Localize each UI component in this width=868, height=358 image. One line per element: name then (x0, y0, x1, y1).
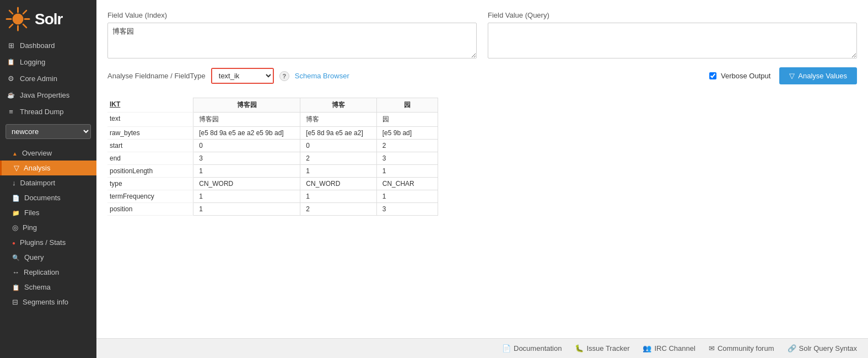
table-cell: 3 (193, 152, 300, 165)
field-value-index-input[interactable]: 博客园 (107, 23, 477, 58)
sidebar-item-label: Thread Dump (20, 108, 63, 116)
row-field-label: raw_bytes (107, 127, 181, 140)
sidebar-item-label: Replication (24, 268, 59, 276)
table-cell: 3 (376, 152, 438, 165)
dataimport-icon (12, 179, 16, 187)
sidebar-item-dataimport[interactable]: Dataimport (0, 175, 96, 190)
java-icon (7, 90, 15, 99)
table-cell: 园 (376, 113, 438, 127)
core-icon (7, 74, 15, 83)
field-value-query-label: Field Value (Query) (488, 11, 857, 19)
segments-icon (12, 298, 18, 306)
sidebar-item-label: Java Properties (20, 91, 69, 99)
table-cell: 0 (300, 140, 376, 152)
sidebar-item-label: Query (24, 253, 44, 261)
row-field-label: type (107, 178, 181, 190)
sidebar-item-overview[interactable]: Overview (0, 146, 96, 161)
table-cell: 3 (376, 203, 438, 216)
table-row: end 3 2 3 (107, 152, 438, 165)
issue-tracker-link[interactable]: 🐛 Issue Tracker (575, 344, 629, 352)
svg-line-7 (23, 10, 26, 14)
logo-area: Solr (0, 0, 96, 37)
sidebar-item-label: Dataimport (20, 179, 56, 187)
table-cell: 1 (193, 190, 300, 203)
core-selector[interactable]: newcore (6, 124, 91, 139)
core-select[interactable]: newcore (6, 124, 91, 139)
row-field-label: end (107, 152, 181, 165)
table-cell: 1 (300, 190, 376, 203)
documentation-link[interactable]: 📄 Documentation (502, 344, 562, 352)
ping-icon (12, 223, 18, 232)
table-row: raw_bytes [e5 8d 9a e5 ae a2 e5 9b ad] [… (107, 127, 438, 140)
doc-icon: 📄 (502, 344, 511, 352)
svg-point-0 (13, 14, 24, 25)
sidebar-item-ping[interactable]: Ping (0, 220, 96, 235)
row-field-label: text (107, 113, 181, 127)
sidebar-item-segments-info[interactable]: Segments info (0, 295, 96, 309)
table-cell: 0 (193, 140, 300, 152)
table-row: start 0 0 2 (107, 140, 438, 152)
verbose-label: Verbose Output (721, 72, 770, 80)
filter-icon: ▽ (789, 72, 795, 80)
content-area: Field Value (Index) 博客园 Field Value (Que… (96, 0, 868, 338)
irc-channel-link[interactable]: 👥 IRC Channel (643, 344, 695, 352)
sidebar-item-logging[interactable]: Logging (0, 54, 96, 70)
table-cell: 1 (376, 165, 438, 178)
sidebar-item-replication[interactable]: Replication (0, 265, 96, 280)
table-cell: 2 (300, 152, 376, 165)
sidebar-item-label: Overview (22, 149, 52, 157)
sidebar: Solr Dashboard Logging Core Admin Java P… (0, 0, 96, 358)
community-forum-link[interactable]: ✉ Community forum (709, 344, 774, 352)
fieldtype-select[interactable]: text_ik (212, 69, 273, 83)
replication-icon (12, 268, 19, 276)
sidebar-item-core-admin[interactable]: Core Admin (0, 70, 96, 87)
sidebar-item-schema[interactable]: Schema (0, 280, 96, 295)
sidebar-item-documents[interactable]: Documents (0, 190, 96, 205)
token-header-2: 博客 (300, 98, 376, 113)
analyse-values-button[interactable]: ▽ Analyse Values (779, 67, 857, 84)
row-field-label: position (107, 203, 181, 216)
forum-icon: ✉ (709, 344, 715, 352)
sidebar-item-label: Logging (20, 58, 45, 66)
schema-icon (12, 283, 20, 291)
analyse-row: Analyse Fieldname / FieldType text_ik ? … (107, 68, 349, 84)
overview-icon (12, 149, 18, 157)
field-value-query-input[interactable] (488, 23, 857, 58)
analyse-fieldname-label: Analyse Fieldname / FieldType (107, 72, 206, 80)
sidebar-item-label: Schema (24, 283, 51, 291)
table-row: text 博客园 博客 园 (107, 113, 438, 127)
analysis-icon: ▽ (14, 164, 19, 172)
token-header-3: 园 (376, 98, 438, 113)
sidebar-item-analysis[interactable]: ▽ Analysis (0, 161, 96, 175)
table-cell: 1 (193, 203, 300, 216)
schema-browser-link[interactable]: Schema Browser (295, 72, 349, 80)
sidebar-item-files[interactable]: Files (0, 205, 96, 220)
irc-icon: 👥 (643, 344, 651, 352)
sidebar-item-java-properties[interactable]: Java Properties (0, 87, 96, 103)
sidebar-item-query[interactable]: Query (0, 250, 96, 265)
table-cell: CN_WORD (193, 178, 300, 190)
col-header-text (181, 98, 193, 113)
sidebar-item-label: Documents (24, 194, 61, 202)
footer: 📄 Documentation 🐛 Issue Tracker 👥 IRC Ch… (96, 338, 868, 358)
sidebar-item-label: Files (24, 209, 39, 217)
solr-logo-icon (6, 7, 30, 31)
row-field-label: start (107, 140, 181, 152)
link-icon: 🔗 (788, 344, 796, 352)
verbose-checkbox[interactable] (709, 72, 716, 79)
sidebar-item-plugins-stats[interactable]: Plugins / Stats (0, 235, 96, 250)
core-nav-section: Overview ▽ Analysis Dataimport Documents… (0, 143, 96, 309)
sidebar-item-label: Analysis (24, 164, 50, 172)
svg-line-6 (23, 24, 26, 28)
bug-icon: 🐛 (575, 344, 584, 352)
sidebar-item-dashboard[interactable]: Dashboard (0, 37, 96, 54)
table-cell: [e5 8d 9a e5 ae a2 e5 9b ad] (193, 127, 300, 140)
help-icon[interactable]: ? (279, 71, 289, 81)
solr-query-syntax-link[interactable]: 🔗 Solr Query Syntax (788, 344, 858, 352)
documents-icon (12, 194, 20, 202)
sidebar-item-thread-dump[interactable]: Thread Dump (0, 103, 96, 120)
sidebar-item-label: Dashboard (20, 41, 55, 50)
table-cell: 2 (300, 203, 376, 216)
table-cell: CN_CHAR (376, 178, 438, 190)
field-value-query-panel: Field Value (Query) (488, 11, 857, 58)
